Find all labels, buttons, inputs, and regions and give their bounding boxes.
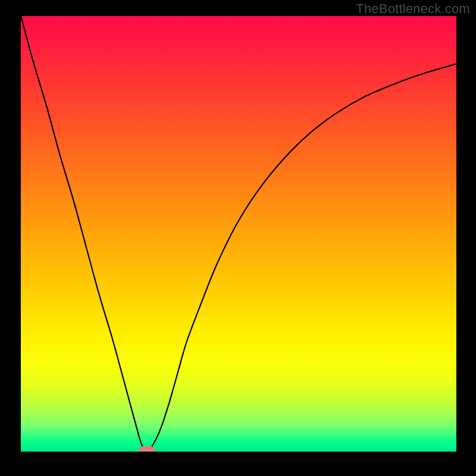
chart-frame: TheBottleneck.com	[0, 0, 476, 476]
bottleneck-curve	[21, 16, 456, 452]
minimum-marker	[139, 446, 155, 452]
plot-area	[21, 16, 456, 452]
curve-path	[21, 16, 456, 451]
watermark-text: TheBottleneck.com	[356, 1, 470, 17]
